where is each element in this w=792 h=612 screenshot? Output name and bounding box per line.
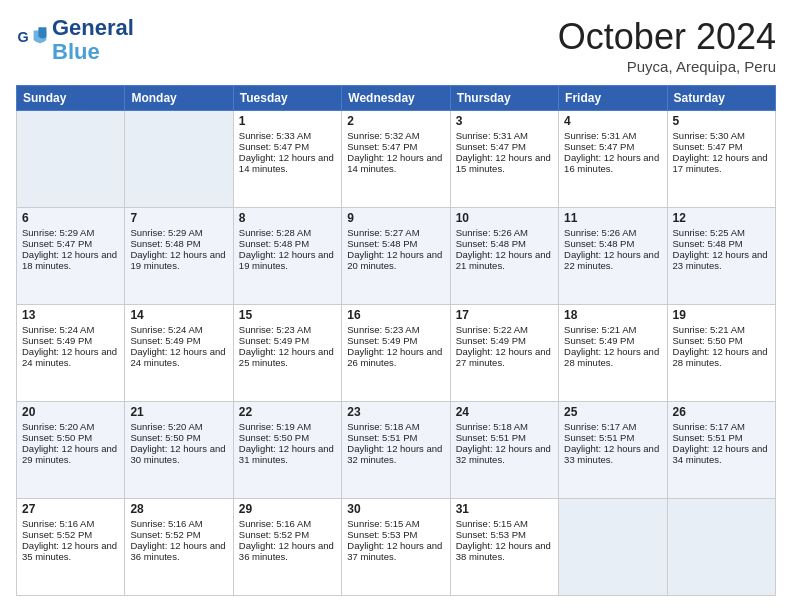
- day-info: Sunrise: 5:21 AM: [673, 324, 770, 335]
- cell-3-3: 15Sunrise: 5:23 AMSunset: 5:49 PMDayligh…: [233, 305, 341, 402]
- page: G General Blue October 2024 Puyca, Arequ…: [0, 0, 792, 612]
- day-info: Sunset: 5:49 PM: [239, 335, 336, 346]
- cell-4-3: 22Sunrise: 5:19 AMSunset: 5:50 PMDayligh…: [233, 402, 341, 499]
- day-info: Sunrise: 5:17 AM: [673, 421, 770, 432]
- col-header-monday: Monday: [125, 86, 233, 111]
- day-info: Daylight: 12 hours and 20 minutes.: [347, 249, 444, 271]
- location: Puyca, Arequipa, Peru: [558, 58, 776, 75]
- day-info: Daylight: 12 hours and 36 minutes.: [239, 540, 336, 562]
- cell-2-1: 6Sunrise: 5:29 AMSunset: 5:47 PMDaylight…: [17, 208, 125, 305]
- cell-5-6: [559, 499, 667, 596]
- day-number: 12: [673, 211, 770, 225]
- day-info: Daylight: 12 hours and 32 minutes.: [456, 443, 553, 465]
- day-info: Sunset: 5:49 PM: [22, 335, 119, 346]
- col-header-tuesday: Tuesday: [233, 86, 341, 111]
- day-info: Sunset: 5:47 PM: [564, 141, 661, 152]
- day-info: Daylight: 12 hours and 26 minutes.: [347, 346, 444, 368]
- cell-4-1: 20Sunrise: 5:20 AMSunset: 5:50 PMDayligh…: [17, 402, 125, 499]
- day-info: Sunrise: 5:29 AM: [22, 227, 119, 238]
- day-number: 9: [347, 211, 444, 225]
- day-info: Sunrise: 5:27 AM: [347, 227, 444, 238]
- day-info: Daylight: 12 hours and 31 minutes.: [239, 443, 336, 465]
- day-info: Sunset: 5:49 PM: [130, 335, 227, 346]
- day-info: Sunset: 5:48 PM: [347, 238, 444, 249]
- day-info: Daylight: 12 hours and 17 minutes.: [673, 152, 770, 174]
- day-number: 29: [239, 502, 336, 516]
- cell-3-6: 18Sunrise: 5:21 AMSunset: 5:49 PMDayligh…: [559, 305, 667, 402]
- day-info: Sunrise: 5:16 AM: [22, 518, 119, 529]
- day-info: Sunset: 5:51 PM: [564, 432, 661, 443]
- col-header-thursday: Thursday: [450, 86, 558, 111]
- day-info: Sunset: 5:49 PM: [564, 335, 661, 346]
- cell-1-4: 2Sunrise: 5:32 AMSunset: 5:47 PMDaylight…: [342, 111, 450, 208]
- day-info: Sunset: 5:47 PM: [22, 238, 119, 249]
- day-number: 15: [239, 308, 336, 322]
- day-info: Daylight: 12 hours and 24 minutes.: [22, 346, 119, 368]
- day-info: Sunrise: 5:31 AM: [564, 130, 661, 141]
- day-number: 27: [22, 502, 119, 516]
- day-info: Sunrise: 5:15 AM: [456, 518, 553, 529]
- cell-2-7: 12Sunrise: 5:25 AMSunset: 5:48 PMDayligh…: [667, 208, 775, 305]
- day-info: Daylight: 12 hours and 24 minutes.: [130, 346, 227, 368]
- day-info: Sunrise: 5:30 AM: [673, 130, 770, 141]
- day-info: Sunset: 5:47 PM: [673, 141, 770, 152]
- day-info: Sunset: 5:47 PM: [239, 141, 336, 152]
- day-info: Sunset: 5:52 PM: [130, 529, 227, 540]
- day-info: Daylight: 12 hours and 32 minutes.: [347, 443, 444, 465]
- day-number: 20: [22, 405, 119, 419]
- col-header-saturday: Saturday: [667, 86, 775, 111]
- day-number: 22: [239, 405, 336, 419]
- day-number: 11: [564, 211, 661, 225]
- header: G General Blue October 2024 Puyca, Arequ…: [16, 16, 776, 75]
- day-info: Daylight: 12 hours and 23 minutes.: [673, 249, 770, 271]
- day-info: Sunset: 5:47 PM: [347, 141, 444, 152]
- cell-4-4: 23Sunrise: 5:18 AMSunset: 5:51 PMDayligh…: [342, 402, 450, 499]
- day-info: Sunrise: 5:28 AM: [239, 227, 336, 238]
- day-number: 8: [239, 211, 336, 225]
- day-info: Sunset: 5:50 PM: [130, 432, 227, 443]
- day-info: Sunrise: 5:19 AM: [239, 421, 336, 432]
- day-info: Daylight: 12 hours and 19 minutes.: [130, 249, 227, 271]
- day-info: Daylight: 12 hours and 36 minutes.: [130, 540, 227, 562]
- day-info: Sunrise: 5:15 AM: [347, 518, 444, 529]
- day-info: Daylight: 12 hours and 14 minutes.: [347, 152, 444, 174]
- cell-3-4: 16Sunrise: 5:23 AMSunset: 5:49 PMDayligh…: [342, 305, 450, 402]
- day-info: Daylight: 12 hours and 19 minutes.: [239, 249, 336, 271]
- day-number: 6: [22, 211, 119, 225]
- col-header-wednesday: Wednesday: [342, 86, 450, 111]
- day-number: 21: [130, 405, 227, 419]
- day-info: Daylight: 12 hours and 22 minutes.: [564, 249, 661, 271]
- day-info: Sunrise: 5:33 AM: [239, 130, 336, 141]
- day-number: 28: [130, 502, 227, 516]
- cell-1-2: [125, 111, 233, 208]
- day-info: Sunset: 5:51 PM: [673, 432, 770, 443]
- day-info: Daylight: 12 hours and 34 minutes.: [673, 443, 770, 465]
- day-info: Sunset: 5:53 PM: [347, 529, 444, 540]
- week-row-4: 20Sunrise: 5:20 AMSunset: 5:50 PMDayligh…: [17, 402, 776, 499]
- day-info: Sunrise: 5:29 AM: [130, 227, 227, 238]
- day-number: 3: [456, 114, 553, 128]
- day-number: 23: [347, 405, 444, 419]
- day-info: Daylight: 12 hours and 28 minutes.: [564, 346, 661, 368]
- day-info: Sunset: 5:51 PM: [456, 432, 553, 443]
- cell-1-3: 1Sunrise: 5:33 AMSunset: 5:47 PMDaylight…: [233, 111, 341, 208]
- day-info: Daylight: 12 hours and 29 minutes.: [22, 443, 119, 465]
- cell-3-1: 13Sunrise: 5:24 AMSunset: 5:49 PMDayligh…: [17, 305, 125, 402]
- week-row-3: 13Sunrise: 5:24 AMSunset: 5:49 PMDayligh…: [17, 305, 776, 402]
- column-headers-row: SundayMondayTuesdayWednesdayThursdayFrid…: [17, 86, 776, 111]
- day-info: Sunrise: 5:23 AM: [239, 324, 336, 335]
- day-info: Sunrise: 5:18 AM: [347, 421, 444, 432]
- day-info: Sunset: 5:53 PM: [456, 529, 553, 540]
- day-info: Sunset: 5:48 PM: [564, 238, 661, 249]
- day-info: Sunrise: 5:26 AM: [456, 227, 553, 238]
- cell-1-6: 4Sunrise: 5:31 AMSunset: 5:47 PMDaylight…: [559, 111, 667, 208]
- svg-text:G: G: [18, 29, 29, 45]
- week-row-5: 27Sunrise: 5:16 AMSunset: 5:52 PMDayligh…: [17, 499, 776, 596]
- day-info: Sunrise: 5:22 AM: [456, 324, 553, 335]
- day-info: Sunset: 5:52 PM: [239, 529, 336, 540]
- day-info: Sunrise: 5:20 AM: [130, 421, 227, 432]
- day-info: Sunset: 5:47 PM: [456, 141, 553, 152]
- day-info: Sunset: 5:50 PM: [673, 335, 770, 346]
- day-info: Daylight: 12 hours and 14 minutes.: [239, 152, 336, 174]
- day-info: Sunrise: 5:26 AM: [564, 227, 661, 238]
